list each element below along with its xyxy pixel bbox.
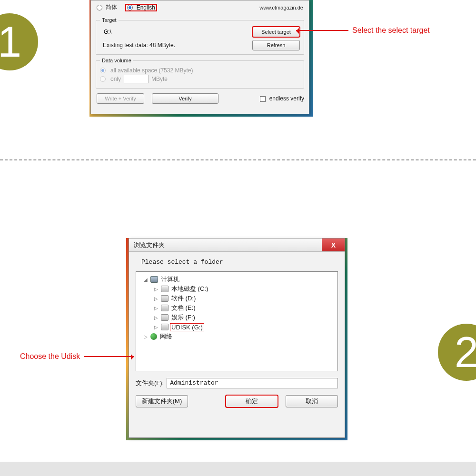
- tree-node-computer[interactable]: ◢ 计算机: [143, 275, 335, 284]
- expand-icon[interactable]: ▷: [153, 296, 159, 301]
- dv-only-label: only: [110, 76, 121, 82]
- lang-cn-label: 简体: [106, 4, 117, 10]
- bottom-bar: [0, 462, 476, 476]
- new-folder-button[interactable]: 新建文件夹(M): [136, 395, 188, 407]
- tree-node-drive-e[interactable]: ▷ 文档 (E:): [153, 303, 335, 313]
- folder-label: 文件夹(F):: [136, 379, 164, 387]
- tree-label-udisk: UDISK (G:): [170, 324, 204, 331]
- data-volume-group: Data volume all available space (7532 MB…: [96, 58, 304, 89]
- tree-label: 娱乐 (F:): [170, 313, 196, 322]
- folder-name-row: 文件夹(F): Administrator: [129, 375, 345, 391]
- endless-verify-label: endless verify: [269, 95, 304, 102]
- annotation-choose-udisk: Choose the Udisk: [16, 352, 134, 361]
- step-2-badge: 2: [438, 324, 476, 381]
- expand-icon[interactable]: ▷: [153, 287, 159, 292]
- annotation-1-text: Select the select target: [352, 26, 430, 35]
- target-legend: Target: [100, 17, 119, 23]
- language-row: 简体 English www.ctmagazin.de: [96, 2, 304, 14]
- tree-label-network: 网络: [159, 332, 173, 341]
- write-verify-button[interactable]: Write + Verify: [97, 93, 144, 104]
- titlebar: 浏览文件夹 X: [129, 238, 345, 252]
- drive-icon: [161, 324, 169, 330]
- step-separator: [0, 159, 476, 160]
- annotation-select-target: Select the select target: [296, 26, 434, 35]
- radio-checked-icon: [127, 5, 133, 10]
- drive-icon: [161, 295, 169, 302]
- target-drive-label: G:\: [100, 29, 111, 35]
- drive-icon: [161, 286, 169, 292]
- dialog-buttons: 新建文件夹(M) 确定 取消: [129, 391, 345, 413]
- radio-icon: [100, 68, 106, 73]
- action-row: Write + Verify Verify endless verify: [96, 93, 304, 104]
- h2testw-window: 简体 English www.ctmagazin.de Target G:\ S…: [90, 0, 309, 114]
- site-url: www.ctmagazin.de: [259, 5, 303, 10]
- endless-verify-option[interactable]: endless verify: [260, 95, 304, 102]
- tree-node-drive-g-udisk[interactable]: ▷ UDISK (G:): [153, 322, 335, 332]
- dialog-title: 浏览文件夹: [129, 238, 169, 251]
- refresh-button[interactable]: Refresh: [252, 40, 300, 50]
- expand-icon[interactable]: ▷: [153, 325, 159, 330]
- folder-name-input[interactable]: Administrator: [167, 378, 338, 388]
- tree-node-network[interactable]: ▷ 网络: [143, 332, 335, 341]
- tree-node-drive-d[interactable]: ▷ 软件 (D:): [153, 294, 335, 303]
- lang-en-option[interactable]: English: [126, 4, 157, 11]
- expand-icon[interactable]: ▷: [153, 315, 159, 320]
- radio-icon: [97, 5, 102, 10]
- target-group: Target G:\ Select target Existing test d…: [96, 17, 304, 55]
- dv-only-input[interactable]: [124, 75, 149, 83]
- computer-icon: [150, 276, 158, 283]
- cancel-button[interactable]: 取消: [286, 395, 338, 407]
- existing-test-data: Existing test data: 48 MByte.: [100, 42, 175, 49]
- expand-icon[interactable]: ▷: [153, 306, 159, 311]
- tree-label-computer: 计算机: [160, 275, 180, 284]
- step-1-badge: 1: [0, 13, 38, 70]
- select-target-button[interactable]: Select target: [252, 27, 300, 37]
- browse-folder-dialog: 浏览文件夹 X Please select a folder ◢ 计算机 ▷ 本…: [129, 238, 345, 438]
- drive-icon: [161, 305, 169, 311]
- data-volume-legend: Data volume: [100, 58, 133, 63]
- network-icon: [150, 333, 157, 340]
- lang-cn-option[interactable]: 简体: [97, 3, 117, 11]
- dv-all-label: all available space (7532 MByte): [110, 67, 193, 74]
- tree-label: 本地磁盘 (C:): [170, 285, 209, 293]
- lang-en-label: English: [137, 4, 155, 11]
- radio-icon: [100, 76, 106, 82]
- dv-all-option[interactable]: all available space (7532 MByte): [100, 67, 300, 74]
- dv-only-option[interactable]: only MByte: [100, 75, 300, 83]
- tree-label: 软件 (D:): [170, 294, 197, 303]
- tree-label: 文档 (E:): [170, 304, 197, 312]
- dv-unit: MByte: [151, 76, 168, 82]
- folder-tree[interactable]: ◢ 计算机 ▷ 本地磁盘 (C:) ▷ 软件 (D:) ▷ 文档 (E:) ▷ …: [136, 271, 338, 371]
- checkbox-icon: [260, 96, 266, 102]
- annotation-2-text: Choose the Udisk: [20, 352, 80, 361]
- tree-node-drive-c[interactable]: ▷ 本地磁盘 (C:): [153, 284, 335, 294]
- expand-icon[interactable]: ▷: [143, 334, 149, 339]
- dialog-instruction: Please select a folder: [129, 252, 345, 269]
- drive-icon: [161, 314, 169, 321]
- tree-node-drive-f[interactable]: ▷ 娱乐 (F:): [153, 313, 335, 322]
- collapse-icon[interactable]: ◢: [143, 277, 149, 282]
- close-icon: X: [331, 241, 336, 249]
- close-button[interactable]: X: [322, 238, 345, 251]
- ok-button[interactable]: 确定: [226, 395, 278, 407]
- verify-button[interactable]: Verify: [152, 93, 218, 104]
